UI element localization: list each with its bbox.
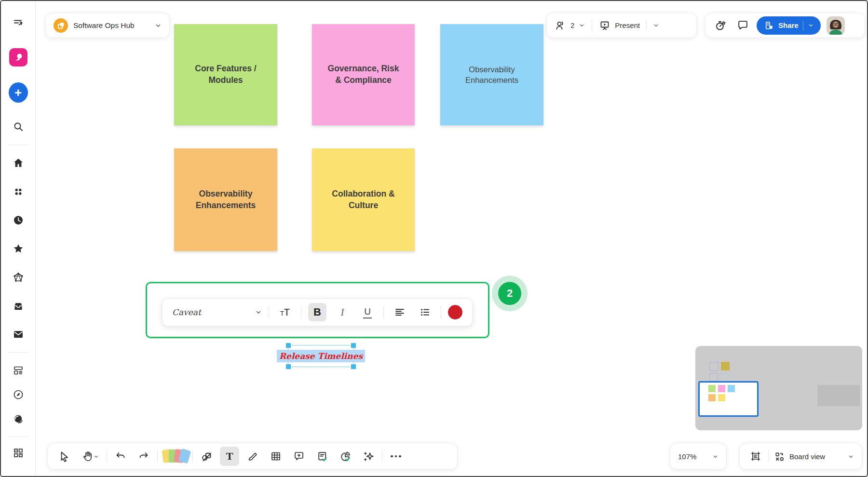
create-new-button[interactable]: + — [9, 83, 28, 102]
frames-button[interactable] — [747, 448, 764, 464]
table-icon — [270, 450, 282, 462]
sidebar-divider — [9, 352, 28, 353]
sticky-note[interactable]: Observability Enhancements — [440, 24, 543, 125]
share-icon — [764, 21, 774, 30]
collaborator-badge[interactable]: 2 — [492, 276, 528, 311]
selection-handle[interactable] — [351, 343, 356, 348]
pan-tool-button[interactable] — [78, 447, 103, 466]
pen-tool-button[interactable] — [243, 447, 262, 466]
board-view-icon — [774, 451, 785, 462]
present-button[interactable]: Present — [599, 20, 640, 31]
sidebar-item-apps[interactable] — [9, 182, 28, 201]
collaboration-card: 2 Present — [546, 13, 697, 38]
sidebar-item-mail[interactable] — [9, 325, 28, 344]
sidebar-item-inbox[interactable] — [9, 297, 28, 316]
redo-button[interactable] — [134, 447, 153, 466]
frame-icon — [750, 450, 761, 462]
undo-button[interactable] — [111, 447, 130, 466]
selected-text-element[interactable]: Release Timelines — [288, 345, 354, 367]
app-home-button[interactable] — [9, 48, 28, 67]
divider — [592, 19, 592, 32]
sticky-note[interactable]: Core Features / Modules — [174, 24, 277, 125]
sidebar-item-discover[interactable] — [9, 385, 28, 404]
divider — [382, 450, 382, 463]
timer-icon — [714, 19, 727, 32]
minimap-frame — [719, 373, 728, 382]
selection-handle[interactable] — [286, 343, 291, 348]
board-view-control: Board view — [739, 443, 862, 470]
board-view-label: Board view — [789, 452, 825, 461]
board-view-button[interactable]: Board view — [774, 451, 843, 462]
comment-tool-button[interactable] — [289, 447, 309, 466]
sticky-note-tool-button[interactable] — [162, 448, 189, 465]
present-options-dropdown[interactable] — [653, 22, 659, 28]
sticky-note[interactable]: Collaboration & Culture — [312, 148, 415, 251]
sidebar-item-starred[interactable] — [9, 239, 28, 258]
mail-icon — [13, 329, 24, 340]
align-left-icon — [394, 306, 406, 318]
minimap-frame — [709, 362, 719, 371]
sidebar-item-templates[interactable] — [9, 361, 28, 380]
table-tool-button[interactable] — [266, 447, 285, 466]
inbox-icon — [13, 301, 24, 312]
underline-button[interactable]: U — [358, 303, 377, 321]
zoom-control[interactable]: 107% — [670, 443, 727, 470]
board-title: Software Ops Hub — [73, 21, 149, 30]
sticky-note[interactable]: Observability Enhancements — [174, 148, 277, 251]
bullet-list-button[interactable] — [416, 303, 434, 321]
shapes-tool-button[interactable] — [197, 447, 216, 466]
sticky-note-text: Collaboration & Culture — [325, 188, 402, 211]
ai-tool-button[interactable] — [359, 447, 378, 466]
minimap-viewport[interactable] — [698, 381, 759, 417]
font-size-button[interactable]: TT — [276, 303, 294, 321]
sparkles-icon — [363, 450, 375, 463]
bold-button[interactable]: B — [308, 303, 326, 321]
present-label: Present — [615, 21, 640, 29]
sidebar-search-button[interactable] — [9, 117, 28, 136]
text-tool-button[interactable]: T — [220, 447, 239, 466]
divider — [107, 450, 107, 463]
share-button[interactable]: Share — [757, 16, 821, 35]
divider — [646, 21, 647, 30]
select-tool-button[interactable] — [54, 447, 74, 466]
expand-sidebar-button[interactable] — [9, 13, 28, 32]
board-title-chip[interactable]: Software Ops Hub — [45, 13, 170, 38]
minimap[interactable] — [695, 346, 862, 430]
minimap-note — [708, 394, 716, 401]
text-color-button[interactable] — [448, 305, 462, 319]
text-align-button[interactable] — [391, 303, 409, 321]
sidebar-item-stickers[interactable] — [9, 268, 28, 287]
selection-handle[interactable] — [351, 364, 356, 369]
templates-tool-button[interactable] — [312, 447, 332, 466]
text-size-icon: TT — [280, 307, 290, 318]
pie-check-icon — [339, 450, 352, 463]
italic-button[interactable]: I — [333, 303, 352, 321]
font-family-select[interactable]: Caveat — [172, 307, 262, 317]
collaborators-dropdown[interactable] — [579, 22, 585, 28]
comments-button[interactable] — [734, 17, 751, 34]
sticky-note-text: Observability Enhancements — [453, 64, 531, 86]
user-avatar[interactable] — [827, 16, 845, 35]
share-card: Share — [705, 13, 865, 38]
qr-apps-icon — [13, 447, 24, 459]
sticky-note-text: Governance, Risk & Compliance — [325, 63, 402, 86]
charts-tool-button[interactable] — [336, 447, 355, 466]
minimap-note — [721, 362, 730, 371]
shapes-icon — [201, 450, 213, 463]
sidebar-item-support[interactable] — [9, 410, 28, 429]
chevron-down-icon — [255, 309, 262, 316]
ellipsis-icon — [391, 455, 401, 458]
sidebar-item-home[interactable] — [9, 153, 28, 172]
timer-button[interactable] — [712, 17, 729, 34]
selection-handle[interactable] — [286, 364, 291, 369]
sidebar-item-more-apps[interactable] — [9, 443, 28, 463]
selected-text: Release Timelines — [277, 350, 365, 362]
minimap-frame — [709, 373, 718, 381]
divider — [301, 306, 301, 318]
sticky-note[interactable]: Governance, Risk & Compliance — [312, 24, 415, 125]
sidebar-item-recent[interactable] — [9, 211, 28, 230]
more-tools-button[interactable] — [386, 447, 406, 466]
expand-sidebar-icon — [13, 17, 24, 28]
divider — [157, 450, 158, 463]
minimap-note — [728, 385, 735, 392]
